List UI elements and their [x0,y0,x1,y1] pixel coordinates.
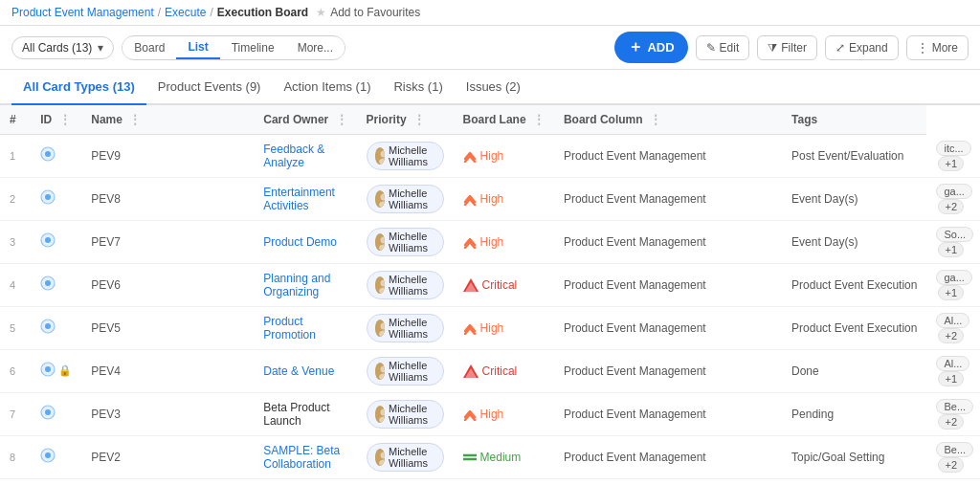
owner-name: Michelle Williams [389,403,435,426]
tab-more[interactable]: More... [286,37,345,58]
tag-chip[interactable]: Al... [936,313,969,328]
row-tags: ga...+2 [926,177,980,220]
top-bar: Product Event Management / Execute / Exe… [0,0,980,26]
col-name: Name ⋮ [81,105,254,135]
card-name-link[interactable]: Planning and Organizing [263,272,330,298]
tag-chip[interactable]: ga... [936,270,971,285]
toolbar-right: ＋ ADD ✎ Edit ⧩ Filter ⤢ Expand ⋮ More [614,32,969,63]
tag-more[interactable]: +2 [938,199,964,214]
col-drag-icon[interactable]: ⋮ [129,113,141,126]
breadcrumb-product-event[interactable]: Product Event Management [11,6,154,19]
card-name-link[interactable]: Product Promotion [263,315,316,342]
row-name: SAMPLE: Alpha Product Launch [254,478,356,485]
owner-chip[interactable]: Michelle Williams [367,271,444,299]
table-row: 6 🔒 PEV4 Date & Venue Michelle Williams … [0,349,980,392]
row-tags: ga...+1 [926,263,980,306]
priority-icon [463,453,477,461]
filter-action[interactable]: ⧩ Filter [757,35,817,60]
tag-more[interactable]: +2 [938,328,964,343]
tag-more[interactable]: +1 [938,156,964,171]
col-drag-icon[interactable]: ⋮ [650,113,661,126]
col-drag-icon[interactable]: ⋮ [413,113,425,126]
priority-label: High [480,321,504,335]
col-drag-icon[interactable]: ⋮ [59,113,71,126]
toolbar: All Cards (13) ▾ Board List Timeline Mor… [0,26,980,70]
tag-more[interactable]: +2 [938,457,964,473]
row-board-lane: Product Event Management [554,306,782,349]
col-drag-icon[interactable]: ⋮ [533,113,545,126]
card-filter-label: All Cards (13) [22,41,92,55]
tab-risks[interactable]: Risks (1) [382,70,454,105]
owner-chip[interactable]: Michelle Williams [367,443,444,472]
avatar [375,276,385,294]
expand-icon: ⤢ [835,41,845,55]
tag-chip[interactable]: So... [936,227,973,242]
tag-chip[interactable]: itc... [936,141,970,156]
tag-chip[interactable]: Be... [936,442,973,457]
card-name-link[interactable]: SAMPLE: Beta Collaboration [263,444,340,471]
owner-chip[interactable]: Michelle Williams [367,314,444,342]
priority-label: Critical [482,364,518,378]
card-name-link[interactable]: Product Demo [263,235,337,249]
row-icons-cell [31,135,81,178]
card-name-link[interactable]: Feedback & Analyze [263,143,324,169]
col-drag-icon[interactable]: ⋮ [336,113,347,126]
view-tabs: Board List Timeline More... [122,35,345,60]
owner-chip[interactable]: Michelle Williams [367,142,444,170]
owner-chip[interactable]: Michelle Williams [367,185,444,213]
priority-label: High [480,408,504,421]
breadcrumb-execute[interactable]: Execute [165,6,206,19]
more-action[interactable]: ⋮ More [906,35,969,60]
row-board-column: Event Day(s) [782,177,926,220]
svg-point-11 [45,237,51,243]
svg-point-40 [45,452,51,458]
priority-icon [463,408,477,421]
star-icon[interactable]: ★ [316,6,326,19]
row-board-lane: Product Event Management [554,177,782,220]
table-row: 7 PEV3 Beta Product Launch Michelle Will… [0,392,980,435]
owner-chip[interactable]: Michelle Williams [367,228,444,256]
filter-icon: ⧩ [768,41,777,55]
card-type-icon [40,362,56,380]
row-icons-cell [31,220,81,263]
svg-point-23 [45,323,51,329]
row-board-column: Done [782,349,926,392]
table-row: 9 PEV1 SAMPLE: Alpha Product Launch Mich… [0,478,980,485]
owner-name: Michelle Williams [389,317,435,340]
owner-chip[interactable]: Michelle Williams [367,400,444,429]
tab-product-events[interactable]: Product Events (9) [146,70,273,105]
card-type-tabs: All Card Types (13) Product Events (9) A… [0,70,980,105]
avatar [375,233,385,251]
tag-chip[interactable]: ga... [936,184,971,199]
more-icon: ⋮ [917,41,928,55]
owner-chip[interactable]: Michelle Williams [367,357,444,386]
tag-more[interactable]: +2 [938,414,964,430]
row-tags: So...+1 [926,220,980,263]
tag-more[interactable]: +1 [938,285,964,300]
tab-list[interactable]: List [176,36,219,59]
row-icons-cell: 🔒 [31,349,81,392]
add-favourites-link[interactable]: Add to Favourites [330,6,420,19]
edit-action[interactable]: ✎ Edit [696,35,750,60]
add-button[interactable]: ＋ ADD [614,32,687,63]
tab-all-cards[interactable]: All Card Types (13) [11,70,146,105]
toolbar-left: All Cards (13) ▾ Board List Timeline Mor… [11,35,345,60]
tab-issues[interactable]: Issues (2) [455,70,532,105]
expand-action[interactable]: ⤢ Expand [825,35,899,60]
card-filter-dropdown[interactable]: All Cards (13) ▾ [11,36,114,59]
row-num: 8 [0,435,31,478]
priority-label: High [480,235,504,249]
tag-more[interactable]: +1 [938,371,964,386]
row-tags: Be...+2 [926,435,980,478]
tab-board[interactable]: Board [122,37,176,58]
card-type-icon [40,232,56,251]
tab-timeline[interactable]: Timeline [220,37,286,58]
tag-more[interactable]: +1 [938,242,964,257]
card-name-link[interactable]: Date & Venue [263,364,334,378]
row-priority: Medium [454,435,554,478]
card-name-link[interactable]: Entertainment Activities [263,186,335,212]
col-owner: Card Owner ⋮ [254,105,356,135]
tag-chip[interactable]: Al... [936,356,969,371]
tag-chip[interactable]: Be... [936,399,973,414]
tab-action-items[interactable]: Action Items (1) [272,70,382,105]
